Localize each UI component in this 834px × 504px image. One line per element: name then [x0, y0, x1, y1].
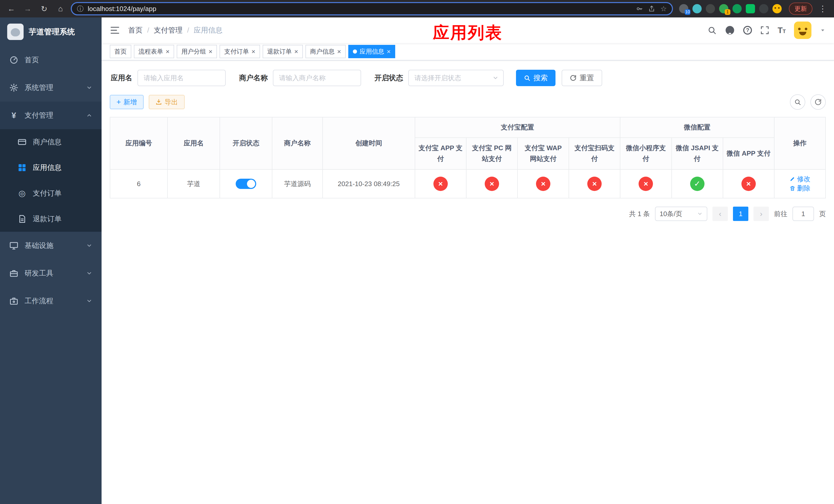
sidebar-item-app-info[interactable]: 应用信息 [0, 155, 102, 181]
merchant-name-label: 商户名称 [239, 73, 268, 83]
col-created: 创建时间 [323, 117, 415, 169]
extension-icon[interactable] [693, 4, 702, 13]
page-title-annotation: 应用列表 [433, 22, 503, 44]
tab-app-info[interactable]: 应用信息× [348, 45, 395, 58]
extension-icon[interactable] [746, 4, 755, 13]
tags-view: 首页 流程表单× 用户分组× 支付订单× 退款订单× 商户信息× 应用信息× [102, 43, 834, 61]
next-page-button[interactable]: › [753, 207, 769, 221]
col-merchant: 商户名称 [272, 117, 322, 169]
close-icon[interactable]: × [387, 48, 391, 55]
page-size-select[interactable]: 10条/页 [655, 207, 707, 221]
extension-icon[interactable] [732, 4, 742, 13]
reset-button[interactable]: 重置 [562, 70, 602, 86]
emoji-extension-icon[interactable] [772, 4, 782, 13]
close-icon[interactable]: × [294, 48, 298, 55]
delete-link[interactable]: 删除 [789, 184, 810, 193]
search-icon[interactable] [707, 26, 717, 35]
chevron-down-icon [86, 243, 92, 249]
sidebar-item-devtools[interactable]: 研发工具 [0, 259, 102, 287]
sidebar-item-label: 首页 [25, 55, 39, 65]
sidebar-item-label: 支付订单 [33, 188, 62, 198]
share-icon[interactable] [648, 5, 655, 12]
sidebar-item-label: 系统管理 [25, 83, 53, 93]
export-button[interactable]: 导出 [149, 95, 185, 109]
search-icon [524, 75, 530, 81]
extension-icon[interactable]: 10 [679, 4, 688, 13]
password-key-icon[interactable] [636, 5, 643, 12]
tab-process-form[interactable]: 流程表单× [134, 45, 174, 58]
breadcrumb-current: 应用信息 [194, 25, 223, 35]
github-icon[interactable] [725, 25, 735, 36]
chevron-down-icon [86, 298, 92, 304]
forward-icon[interactable]: → [22, 3, 34, 15]
close-icon[interactable]: × [337, 48, 341, 55]
goto-page-input[interactable] [792, 207, 814, 221]
url-text: localhost:1024/pay/app [88, 5, 632, 13]
close-icon[interactable]: × [208, 48, 212, 55]
sidebar-item-pay-order[interactable]: ◎ 支付订单 [0, 181, 102, 206]
tab-home[interactable]: 首页 [110, 45, 131, 58]
extension-icon[interactable] [706, 4, 715, 13]
refresh-table-button[interactable] [810, 94, 826, 110]
pagination: 共 1 条 10条/页 ‹ 1 › 前往 页 [102, 199, 834, 221]
tab-pay-order[interactable]: 支付订单× [220, 45, 260, 58]
edit-link[interactable]: 修改 [789, 175, 810, 184]
browser-update-button[interactable]: 更新 [789, 3, 812, 15]
user-avatar[interactable] [794, 22, 811, 39]
sidebar-item-home[interactable]: 首页 [0, 46, 102, 74]
extension-icon[interactable] [759, 4, 768, 13]
cell-merchant: 芋道源码 [272, 169, 322, 198]
sidebar-toggle-icon[interactable] [110, 25, 120, 36]
yen-icon: ¥ [9, 111, 19, 120]
tab-merchant-info[interactable]: 商户信息× [305, 45, 346, 58]
payment-submenu: 商户信息 应用信息 ◎ 支付订单 退款订单 [0, 129, 102, 232]
status-select[interactable]: 请选择开启状态 [408, 70, 504, 86]
sidebar-item-workflow[interactable]: 工作流程 [0, 287, 102, 315]
col-group-alipay: 支付宝配置 [415, 117, 620, 138]
font-size-icon[interactable]: TT [777, 26, 786, 35]
navbar-actions: ? TT [707, 22, 826, 39]
home-icon[interactable]: ⌂ [54, 3, 67, 15]
browser-menu-icon[interactable]: ⋮ [816, 4, 829, 14]
address-bar[interactable]: ⓘ localhost:1024/pay/app ☆ [71, 2, 673, 15]
caret-down-icon[interactable] [820, 27, 826, 33]
merchant-name-input[interactable] [273, 70, 361, 86]
sidebar-item-refund-order[interactable]: 退款订单 [0, 206, 102, 232]
col-alipay-pc: 支付宝 PC 网站支付 [466, 138, 518, 169]
sidebar-item-payment[interactable]: ¥ 支付管理 [0, 101, 102, 129]
app-logo[interactable]: 芋道管理系统 [0, 18, 102, 46]
fullscreen-icon[interactable] [760, 26, 769, 35]
reload-icon[interactable]: ↻ [38, 3, 50, 15]
cell-created: 2021-10-23 08:49:25 [323, 169, 415, 198]
page-number-button[interactable]: 1 [733, 207, 748, 221]
close-icon[interactable]: × [251, 48, 255, 55]
app-name-label: 应用名 [111, 73, 132, 83]
tab-user-group[interactable]: 用户分组× [177, 45, 217, 58]
toggle-search-button[interactable] [790, 94, 805, 110]
grid-icon [18, 163, 27, 172]
site-info-icon[interactable]: ⓘ [77, 4, 84, 13]
search-button[interactable]: 搜索 [516, 70, 555, 86]
sidebar-item-system[interactable]: 系统管理 [0, 74, 102, 101]
app-name-input[interactable] [137, 70, 226, 86]
help-icon[interactable]: ? [743, 26, 752, 35]
tab-refund-order[interactable]: 退款订单× [263, 45, 303, 58]
prev-page-button[interactable]: ‹ [712, 207, 728, 221]
back-icon[interactable]: ← [5, 3, 18, 15]
breadcrumb-home[interactable]: 首页 [128, 25, 142, 35]
sidebar-item-merchant-info[interactable]: 商户信息 [0, 129, 102, 155]
status-toggle[interactable] [236, 179, 256, 189]
chevron-down-icon [86, 85, 92, 91]
bookmark-star-icon[interactable]: ☆ [660, 5, 667, 13]
sidebar-menu: 首页 系统管理 ¥ 支付管理 商户信息 应用信息 [0, 46, 102, 315]
active-dot [353, 49, 357, 53]
sidebar-item-label: 工作流程 [25, 296, 53, 306]
alipay-wap-status-icon: × [536, 177, 550, 191]
breadcrumb-payment[interactable]: 支付管理 [154, 25, 182, 35]
top-navbar: 首页 / 支付管理 / 应用信息 应用列表 ? TT [102, 18, 834, 43]
extension-icon[interactable]: 1 [719, 4, 728, 13]
sidebar-item-infrastructure[interactable]: 基础设施 [0, 232, 102, 259]
close-icon[interactable]: × [166, 48, 170, 55]
toolbar-right [790, 94, 826, 110]
add-button[interactable]: + 新增 [110, 95, 144, 109]
